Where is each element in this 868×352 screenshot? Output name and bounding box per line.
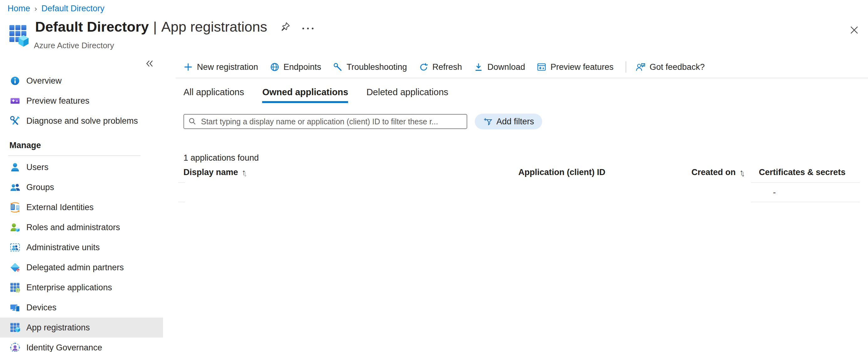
grid-cube-icon bbox=[9, 322, 21, 333]
tab-all-applications[interactable]: All applications bbox=[183, 87, 244, 103]
tools-icon bbox=[9, 115, 21, 127]
search-input[interactable] bbox=[200, 117, 462, 127]
sidebar-item-label: Preview features bbox=[26, 96, 89, 106]
sidebar-item-external-identities[interactable]: External Identities bbox=[0, 197, 163, 217]
sidebar-item-enterprise-applications[interactable]: Enterprise applications bbox=[0, 278, 163, 297]
tab-owned-applications[interactable]: Owned applications bbox=[262, 87, 348, 103]
page-title: Default Directory | App registrations bbox=[35, 19, 315, 35]
search-icon bbox=[188, 117, 197, 126]
troubleshooting-button[interactable]: Troubleshooting bbox=[333, 62, 407, 72]
row-checkbox-cell bbox=[178, 182, 185, 202]
results-count: 1 applications found bbox=[183, 153, 868, 163]
endpoints-button[interactable]: Endpoints bbox=[270, 62, 321, 72]
tab-deleted-applications[interactable]: Deleted applications bbox=[366, 87, 448, 103]
pin-icon[interactable] bbox=[280, 22, 290, 32]
sidebar-item-administrative-units[interactable]: Administrative units bbox=[0, 237, 163, 257]
download-icon bbox=[474, 62, 483, 72]
table-row[interactable]: - bbox=[163, 182, 868, 203]
sort-icon: ↑↓ bbox=[739, 168, 745, 177]
search-box bbox=[183, 114, 467, 129]
sidebar-item-label: Groups bbox=[26, 183, 54, 192]
users-group-icon bbox=[9, 182, 21, 193]
table-header-row: Display name ↑↓ Application (client) ID … bbox=[183, 168, 868, 180]
sidebar-item-identity-governance[interactable]: Identity Governance bbox=[0, 338, 163, 352]
wrench-icon bbox=[333, 62, 342, 72]
diamond-heart-icon bbox=[9, 262, 21, 273]
sidebar-item-label: Devices bbox=[26, 303, 57, 313]
column-header-certificates-secrets: Certificates & secrets bbox=[759, 168, 845, 177]
main-content: New registration Endpoints Troubleshooti… bbox=[163, 57, 868, 352]
devices-icon bbox=[9, 302, 21, 313]
breadcrumb-directory-link[interactable]: Default Directory bbox=[41, 4, 104, 13]
toolbar: New registration Endpoints Troubleshooti… bbox=[176, 57, 868, 78]
refresh-button[interactable]: Refresh bbox=[419, 62, 462, 72]
add-filters-button[interactable]: Add filters bbox=[475, 114, 542, 129]
sidebar-item-roles-administrators[interactable]: Roles and administrators bbox=[0, 217, 163, 237]
got-feedback-button[interactable]: Got feedback? bbox=[636, 62, 705, 72]
sidebar-section-manage: Manage bbox=[0, 135, 163, 155]
sidebar-item-label: App registrations bbox=[26, 323, 90, 332]
preview-window-icon bbox=[537, 62, 546, 72]
page-title-separator: | bbox=[153, 19, 157, 35]
globe-icon bbox=[270, 62, 279, 72]
sidebar-item-label: Overview bbox=[26, 76, 62, 86]
sidebar-item-label: Diagnose and solve problems bbox=[26, 116, 138, 126]
column-header-display-name[interactable]: Display name ↑↓ bbox=[183, 168, 247, 177]
sidebar-item-label: Users bbox=[26, 163, 49, 172]
sidebar-item-label: Identity Governance bbox=[26, 343, 102, 352]
new-registration-button[interactable]: New registration bbox=[183, 62, 258, 72]
add-filter-icon bbox=[483, 117, 492, 126]
sidebar: Overview Preview features bbox=[0, 57, 163, 352]
more-options-icon[interactable] bbox=[301, 24, 315, 30]
sidebar-item-label: Delegated admin partners bbox=[26, 263, 124, 273]
breadcrumb-home-link[interactable]: Home bbox=[7, 4, 30, 13]
sidebar-item-label: Roles and administrators bbox=[26, 223, 120, 233]
sidebar-item-users[interactable]: Users bbox=[0, 157, 163, 177]
sidebar-item-label: Administrative units bbox=[26, 243, 100, 252]
close-icon[interactable] bbox=[849, 25, 859, 35]
sidebar-item-diagnose[interactable]: Diagnose and solve problems bbox=[0, 111, 163, 131]
toolbar-divider bbox=[626, 61, 626, 73]
sidebar-divider bbox=[8, 155, 141, 156]
filter-row: Add filters bbox=[183, 114, 868, 129]
breadcrumb: Home › Default Directory bbox=[7, 4, 104, 13]
preview-features-button[interactable]: Preview features bbox=[537, 62, 613, 72]
plus-icon bbox=[183, 62, 193, 72]
sidebar-item-preview-features[interactable]: Preview features bbox=[0, 91, 163, 111]
column-header-application-client-id[interactable]: Application (client) ID bbox=[518, 168, 606, 177]
sidebar-item-groups[interactable]: Groups bbox=[0, 177, 163, 197]
sidebar-collapse-icon[interactable] bbox=[145, 59, 154, 68]
azure-ad-grid-cube-icon bbox=[9, 25, 29, 50]
sidebar-item-overview[interactable]: Overview bbox=[0, 71, 163, 91]
breadcrumb-separator: › bbox=[34, 4, 37, 13]
row-certificates-cell: - bbox=[751, 182, 860, 202]
dashed-box-users-icon bbox=[9, 242, 21, 253]
tab-list: All applications Owned applications Dele… bbox=[183, 78, 868, 103]
info-icon bbox=[9, 75, 21, 86]
sidebar-item-label: Enterprise applications bbox=[26, 283, 112, 292]
feedback-person-icon bbox=[636, 62, 646, 72]
grid-globe-icon bbox=[9, 282, 21, 293]
column-header-created-on[interactable]: Created on ↑↓ bbox=[691, 168, 745, 177]
app-registrations-page: Home › Default Directory Default Directo… bbox=[0, 0, 868, 352]
download-button[interactable]: Download bbox=[474, 62, 525, 72]
page-title-directory: Default Directory bbox=[35, 19, 149, 35]
page-subtitle: Azure Active Directory bbox=[34, 41, 114, 50]
sort-icon: ↑↓ bbox=[242, 168, 247, 177]
sidebar-item-label: External Identities bbox=[26, 203, 94, 212]
page-title-blade: App registrations bbox=[161, 19, 267, 35]
role-person-cube-icon bbox=[9, 222, 21, 233]
buildings-sync-icon bbox=[9, 202, 21, 213]
governance-person-circle-icon bbox=[9, 342, 21, 352]
sidebar-item-devices[interactable]: Devices bbox=[0, 297, 163, 318]
sidebar-item-delegated-admin-partners[interactable]: Delegated admin partners bbox=[0, 257, 163, 278]
sparkles-icon bbox=[9, 95, 21, 106]
sidebar-item-app-registrations[interactable]: App registrations bbox=[0, 318, 163, 338]
user-icon bbox=[9, 162, 21, 173]
refresh-icon bbox=[419, 62, 428, 72]
